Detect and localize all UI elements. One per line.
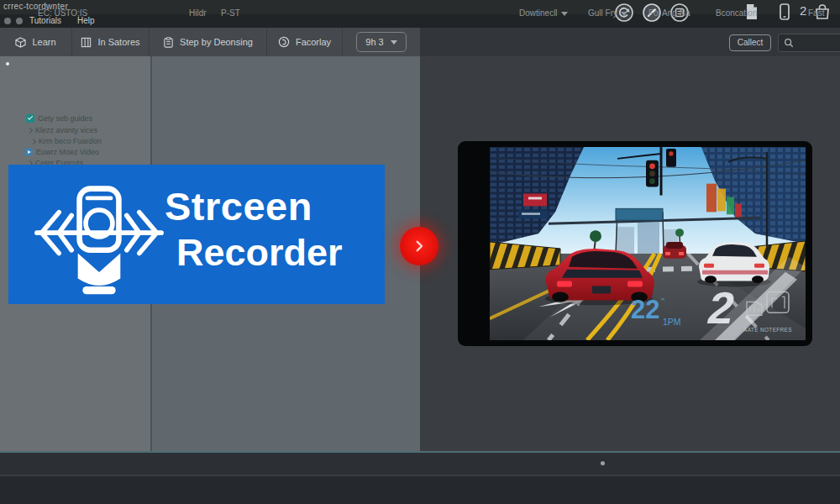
callect-button[interactable]: Callect: [729, 34, 771, 51]
duration-dropdown-cell: 9h 3: [343, 28, 420, 56]
bullet-icon: [6, 62, 9, 66]
chevron-down-icon: [621, 12, 627, 16]
status-folangna[interactable]: Fol Ang Na: [648, 8, 690, 18]
sidebar-item-vices[interactable]: Klezz avanty vices: [28, 126, 97, 134]
in-satores-label: In Satores: [97, 37, 139, 47]
status-gullfry-dropdown[interactable]: Gull Fry: [588, 8, 627, 18]
bullet-icon: [601, 461, 605, 465]
search-icon: [784, 38, 794, 48]
chevron-icon: [30, 138, 36, 144]
status-label: Dowtinecll: [519, 8, 558, 18]
duration-dropdown[interactable]: 9h 3: [356, 32, 406, 52]
step-by-deonsing-label: Step by Deonsing: [180, 37, 253, 47]
record-icon: [278, 36, 290, 48]
facorlay-button[interactable]: Facorlay: [267, 28, 343, 56]
learn-label: Learn: [32, 37, 55, 47]
phone-icon[interactable]: [775, 3, 794, 21]
facorlay-label: Facorlay: [296, 37, 331, 47]
status-bconcation[interactable]: Bconcation: [716, 8, 757, 18]
page-count: 2: [800, 3, 806, 18]
status-pst: P-ST: [221, 8, 240, 18]
status-bar: [0, 476, 840, 504]
hud-sup: '': [661, 297, 664, 307]
sidebar-item-fuardon[interactable]: Krm beco Fuardon: [31, 137, 102, 145]
video-scene: 2: [490, 147, 806, 340]
status-left: EC: USTO;IS: [38, 8, 87, 18]
hud-speed-value: 22: [631, 295, 659, 324]
menu-bar: [0, 14, 840, 28]
chevron-icon: [27, 127, 33, 133]
sidebar-item-guides[interactable]: Gety seb guides: [26, 114, 92, 123]
tree-item-label: Euwrz Moez Video: [36, 148, 99, 156]
banner-title: Strceen Recorder: [165, 183, 343, 275]
columns-icon: [81, 37, 92, 48]
sidebar-item-video[interactable]: Euwrz Moez Video: [24, 148, 99, 156]
play-icon: [24, 148, 33, 156]
banner-line1: Strceen: [165, 183, 343, 229]
status-dowtinecll-dropdown[interactable]: Dowtinecll: [519, 8, 568, 18]
window-control-icon[interactable]: [16, 18, 23, 24]
status-label: Gull Fry: [588, 8, 617, 18]
check-icon: [26, 114, 34, 123]
toolbar-button-group: Learn In Satores Step by Deonsing Facorl…: [0, 28, 420, 56]
watermark-text: AATE NOTEFRES: [743, 327, 792, 333]
bottom-toolbar: [0, 451, 840, 475]
window-control-icon[interactable]: [4, 18, 11, 24]
duration-value: 9h 3: [365, 37, 383, 47]
app-window: crrec-tcordwnter Tutorials Help Learn In…: [0, 0, 840, 504]
cube-icon: [15, 37, 26, 48]
video-preview[interactable]: 2: [458, 141, 812, 346]
chevron-down-icon: [391, 40, 397, 45]
clipboard-icon: [163, 37, 174, 48]
tree-item-label: Klezz avanty vices: [35, 126, 97, 134]
title-bar: crrec-tcordwnter: [0, 0, 840, 14]
chevron-down-icon: [561, 12, 568, 16]
tree-item-label: Gety seb guides: [38, 114, 92, 123]
banner-line2: Recorder: [176, 231, 343, 275]
search-input[interactable]: [778, 34, 840, 52]
record-next-button[interactable]: [400, 227, 438, 265]
step-by-deonsing-button[interactable]: Step by Deonsing: [150, 28, 267, 56]
phone-recorder-icon: [32, 171, 166, 297]
in-satores-button[interactable]: In Satores: [72, 28, 150, 56]
hud-unit: 1PM: [663, 318, 681, 327]
learn-button[interactable]: Learn: [0, 28, 72, 56]
chevron-right-icon: [412, 239, 427, 254]
toolbar: Learn In Satores Step by Deonsing Facorl…: [0, 28, 840, 56]
status-hildr: Hildr: [189, 8, 207, 18]
status-fast[interactable]: Fast: [808, 8, 824, 18]
distant-car: [663, 242, 686, 259]
app-logo-banner: Strceen Recorder: [8, 165, 385, 304]
tree-item-label: Krm beco Fuardon: [39, 137, 102, 145]
